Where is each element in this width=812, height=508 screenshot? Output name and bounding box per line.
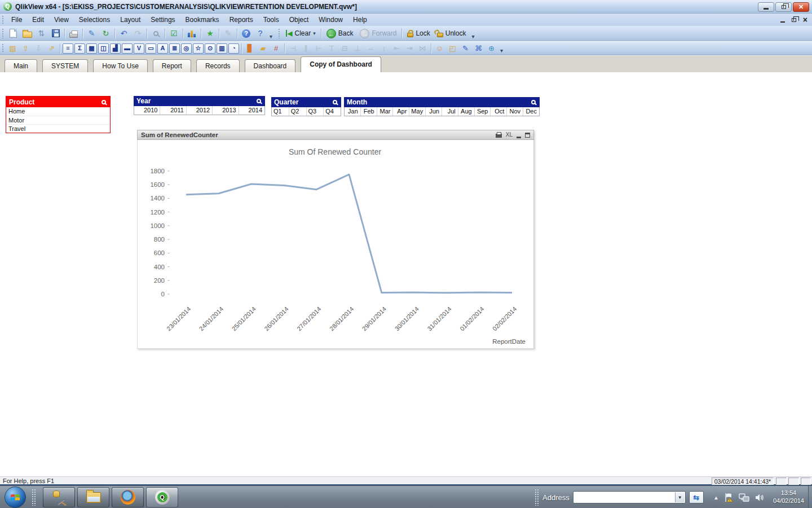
listbox-value[interactable]: Apr bbox=[392, 107, 409, 116]
add-sheet-object-icon[interactable]: ⇗ bbox=[46, 43, 58, 54]
action-center-icon[interactable]: ! bbox=[725, 493, 733, 502]
listbox-value[interactable]: Travel bbox=[6, 124, 110, 133]
start-button[interactable] bbox=[5, 487, 26, 508]
chart-maximize-icon[interactable] bbox=[525, 133, 530, 138]
sheet-properties-icon[interactable]: ✎ bbox=[460, 43, 471, 54]
taskbar-app-explorer[interactable] bbox=[77, 487, 109, 507]
listbox-value[interactable]: Q4 bbox=[323, 107, 341, 116]
qlikview-app-icon[interactable]: Q bbox=[3, 2, 12, 11]
print-icon[interactable] bbox=[496, 134, 502, 138]
lock-button[interactable]: Lock bbox=[404, 28, 433, 38]
listbox-value[interactable]: Nov bbox=[506, 107, 523, 116]
menu-item-help[interactable]: Help bbox=[348, 14, 372, 26]
create-pivot-table-icon[interactable]: ◫ bbox=[98, 43, 109, 54]
address-input[interactable]: ▼ bbox=[573, 491, 686, 503]
whats-this-icon[interactable]: ? bbox=[254, 27, 267, 40]
search-icon[interactable] bbox=[257, 99, 261, 103]
tab-copy-of-dashboard[interactable]: Copy of Dashboard bbox=[301, 56, 381, 72]
listbox-product-header[interactable]: Product bbox=[6, 97, 110, 107]
tab-dashboard[interactable]: Dashboard bbox=[245, 59, 296, 72]
search-icon[interactable] bbox=[531, 100, 536, 104]
menu-item-bookmarks[interactable]: Bookmarks bbox=[180, 14, 224, 26]
create-container-icon[interactable]: ▥ bbox=[217, 43, 227, 54]
listbox-value[interactable]: Dec bbox=[523, 107, 539, 116]
address-go-icon[interactable]: ⇆ bbox=[689, 491, 704, 503]
address-dropdown-icon[interactable]: ▼ bbox=[675, 492, 685, 502]
mdi-minimize-icon[interactable] bbox=[780, 21, 785, 23]
document-properties-icon[interactable]: ◰ bbox=[447, 43, 458, 54]
listbox-value[interactable]: Q2 bbox=[289, 107, 306, 116]
tab-report[interactable]: Report bbox=[153, 59, 191, 72]
webview-icon[interactable]: ⊕ bbox=[486, 43, 497, 54]
new-document-icon[interactable] bbox=[7, 27, 20, 40]
toolbar-overflow-icon[interactable]: ▾ bbox=[270, 34, 272, 41]
create-input-box-icon[interactable]: ▭ bbox=[145, 43, 156, 54]
nav-toolbar-overflow-icon[interactable]: ▾ bbox=[471, 34, 474, 41]
minimize-button[interactable] bbox=[758, 2, 774, 12]
promote-sheet-icon[interactable]: ⇧ bbox=[20, 43, 32, 54]
chart-caption-bar[interactable]: Sum of RenewedCounter XL bbox=[137, 130, 534, 140]
current-selections-icon[interactable]: ☑ bbox=[167, 27, 180, 40]
listbox-value[interactable]: Jun bbox=[425, 107, 442, 116]
save-icon[interactable] bbox=[49, 27, 62, 40]
create-search-object-icon[interactable]: ⊙ bbox=[205, 43, 215, 54]
listbox-value[interactable]: Home bbox=[6, 107, 110, 116]
quick-chart-wizard-icon[interactable] bbox=[186, 27, 198, 40]
chart-wizard-icon[interactable]: ▊ bbox=[244, 43, 256, 54]
undo-icon[interactable]: ↶ bbox=[117, 27, 130, 40]
create-bookmark-object-icon[interactable]: ☆ bbox=[193, 43, 204, 54]
menu-item-selections[interactable]: Selections bbox=[74, 14, 115, 26]
format-painter-icon[interactable]: ▰ bbox=[257, 43, 269, 54]
create-text-object-icon[interactable]: A bbox=[157, 43, 168, 54]
tab-system[interactable]: SYSTEM bbox=[42, 59, 88, 72]
taskbar-app-devtools[interactable] bbox=[43, 487, 75, 507]
listbox-value[interactable]: Aug bbox=[458, 107, 474, 116]
menu-item-object[interactable]: Object bbox=[284, 14, 314, 26]
taskbar-app-qlikview[interactable]: Q bbox=[146, 487, 178, 507]
listbox-value[interactable]: 2013 bbox=[212, 106, 238, 115]
menu-item-view[interactable]: View bbox=[49, 14, 74, 26]
listbox-value[interactable]: 2010 bbox=[134, 106, 160, 115]
search-icon[interactable] bbox=[102, 100, 106, 104]
menu-item-file[interactable]: File bbox=[6, 14, 27, 26]
tab-main[interactable]: Main bbox=[5, 59, 37, 72]
create-chart-icon[interactable]: ▟ bbox=[110, 43, 121, 54]
create-listbox-icon[interactable]: ≡ bbox=[63, 43, 73, 54]
clear-dropdown-icon[interactable]: ▾ bbox=[313, 30, 316, 36]
tab-how-to-use[interactable]: How To Use bbox=[93, 59, 147, 72]
listbox-value[interactable]: Feb bbox=[360, 107, 377, 116]
help-icon[interactable]: ? bbox=[240, 27, 253, 40]
create-table-box-icon[interactable]: ▦ bbox=[86, 43, 97, 54]
menu-item-reports[interactable]: Reports bbox=[224, 14, 258, 26]
design-toolbar-overflow-icon[interactable]: ▾ bbox=[500, 48, 503, 55]
create-time-chart-icon[interactable]: ◔ bbox=[228, 43, 239, 54]
export-excel-icon[interactable]: XL bbox=[506, 132, 513, 138]
listbox-value[interactable]: Sep bbox=[474, 107, 491, 116]
show-hidden-icons-button[interactable]: ▲ bbox=[713, 494, 719, 501]
unlock-button[interactable]: Unlock bbox=[434, 28, 470, 38]
tab-records[interactable]: Records bbox=[196, 59, 240, 72]
expressions-overview-icon[interactable]: ⌘ bbox=[473, 43, 484, 54]
listbox-value[interactable]: Motor bbox=[6, 116, 110, 124]
listbox-value[interactable]: Q3 bbox=[306, 107, 324, 116]
add-bookmark-icon[interactable]: ★ bbox=[204, 27, 217, 40]
new-sheet-icon[interactable]: ▨ bbox=[7, 43, 19, 54]
listbox-year-header[interactable]: Year bbox=[134, 96, 265, 106]
create-current-selections-box-icon[interactable]: ≣ bbox=[169, 43, 180, 54]
mdi-close-icon[interactable]: × bbox=[803, 14, 807, 25]
listbox-value[interactable]: 2012 bbox=[186, 106, 212, 115]
chart-minimize-icon[interactable] bbox=[517, 137, 521, 138]
listbox-value[interactable]: 2014 bbox=[239, 106, 264, 115]
listbox-value[interactable]: Oct bbox=[490, 107, 506, 116]
volume-icon[interactable] bbox=[755, 493, 765, 502]
listbox-month-header[interactable]: Month bbox=[344, 97, 540, 107]
search-icon[interactable] bbox=[333, 100, 337, 104]
listbox-quarter-header[interactable]: Quarter bbox=[271, 97, 341, 107]
network-icon[interactable] bbox=[739, 493, 749, 502]
design-grid-icon[interactable]: # bbox=[270, 43, 282, 54]
refresh-icon[interactable]: ⇅ bbox=[35, 27, 48, 40]
edit-script-icon[interactable]: ✎ bbox=[85, 27, 98, 40]
show-desktop-button[interactable] bbox=[808, 486, 812, 508]
menu-item-window[interactable]: Window bbox=[314, 14, 348, 26]
taskbar-app-firefox[interactable] bbox=[112, 487, 144, 507]
